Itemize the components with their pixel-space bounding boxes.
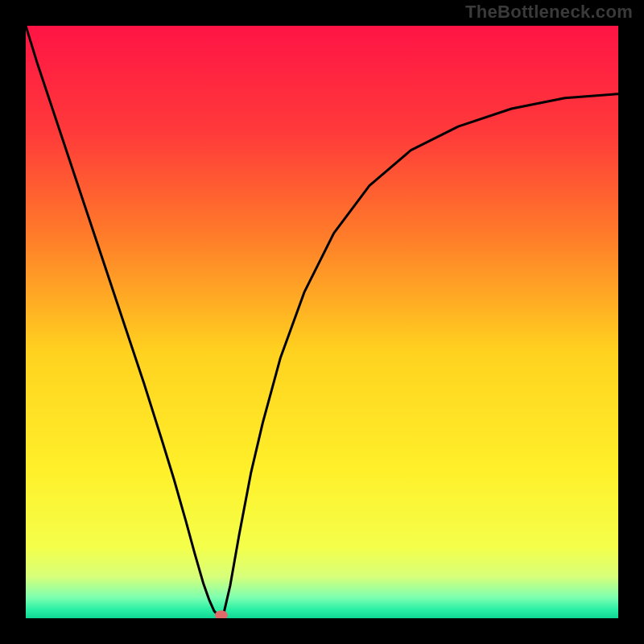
gradient-background xyxy=(26,26,618,618)
chart-container: TheBottleneck.com xyxy=(0,0,644,644)
chart-svg xyxy=(26,26,618,618)
plot-area xyxy=(26,26,618,618)
watermark-text: TheBottleneck.com xyxy=(465,2,633,23)
